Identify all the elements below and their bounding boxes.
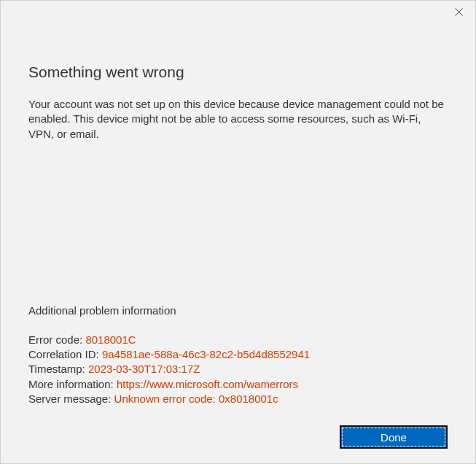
error-heading: Something went wrong [28, 63, 448, 81]
more-information-line: More information: https://www.microsoft.… [28, 377, 448, 392]
correlation-id-line: Correlation ID: 9a4581ae-588a-46c3-82c2-… [28, 347, 448, 362]
error-dialog: Something went wrong Your account was no… [0, 0, 476, 464]
error-code-label: Error code: [28, 333, 85, 346]
button-row: Done [28, 425, 448, 449]
server-message-value: Unknown error code: 0x8018001c [114, 393, 278, 405]
additional-info-heading: Additional problem information [28, 304, 448, 317]
done-button[interactable]: Done [340, 425, 448, 449]
server-message-line: Server message: Unknown error code: 0x80… [28, 392, 448, 406]
error-code-value: 8018001C [85, 333, 136, 346]
timestamp-value: 2023-03-30T17:03:17Z [88, 363, 200, 375]
error-code-line: Error code: 8018001C [28, 333, 448, 347]
error-description: Your account was not set up on this devi… [28, 97, 448, 142]
titlebar [1, 1, 475, 23]
close-icon [455, 8, 463, 16]
timestamp-label: Timestamp: [28, 363, 88, 375]
server-message-label: Server message: [28, 393, 114, 405]
correlation-id-value: 9a4581ae-588a-46c3-82c2-b5d4d8552941 [102, 348, 310, 360]
timestamp-line: Timestamp: 2023-03-30T17:03:17Z [28, 362, 448, 376]
correlation-id-label: Correlation ID: [28, 348, 102, 360]
more-information-value: https://www.microsoft.com/wamerrors [117, 378, 298, 390]
additional-info-block: Error code: 8018001C Correlation ID: 9a4… [28, 333, 448, 406]
close-button[interactable] [442, 1, 475, 23]
more-information-label: More information: [28, 378, 117, 390]
dialog-content: Something went wrong Your account was no… [1, 23, 475, 463]
content-spacer [28, 149, 448, 304]
